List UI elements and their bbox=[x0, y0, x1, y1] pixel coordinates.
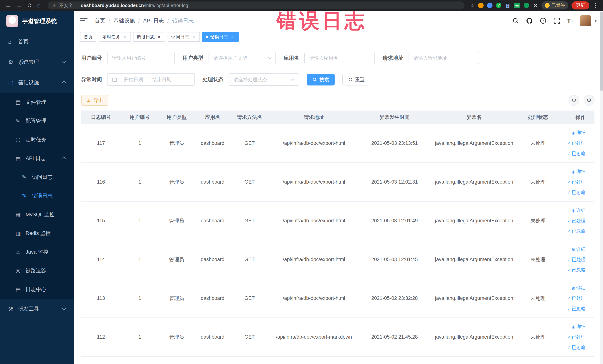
sidebar-item-redis[interactable]: ▥ Redis 监控 bbox=[0, 224, 74, 243]
process-status-select[interactable]: 请选择处理状态 bbox=[229, 73, 299, 86]
page-content: 用户编号 用户类型 请选择用户类型 应用名 请求地址 bbox=[74, 43, 603, 364]
browser-chrome: ← → ⌂ ⚠ 不安全 | dashboard.yudao.iocoder.cn… bbox=[0, 0, 603, 11]
sidebar-toggle-icon[interactable] bbox=[80, 18, 88, 23]
detail-link[interactable]: ◉详细 bbox=[557, 322, 586, 332]
reset-button[interactable]: 重置 bbox=[342, 74, 370, 85]
cell-status: 未处理 bbox=[519, 240, 557, 279]
cell-user-type: 管理员 bbox=[159, 201, 195, 240]
detail-link[interactable]: ◉详细 bbox=[557, 244, 586, 254]
sidebar-item-access-log[interactable]: ✎ 访问日志 bbox=[0, 168, 74, 186]
github-icon[interactable] bbox=[526, 17, 533, 24]
cell-app: dashboard bbox=[195, 163, 231, 201]
detail-link[interactable]: ◉详细 bbox=[557, 283, 586, 293]
sidebar-item-file[interactable]: ▤ 文件管理 bbox=[0, 93, 74, 111]
chevron-icon bbox=[62, 60, 66, 64]
app-name-input[interactable] bbox=[304, 52, 375, 64]
sidebar-item-trace[interactable]: ◎ 链路追踪 bbox=[0, 261, 74, 280]
search-icon[interactable] bbox=[512, 17, 519, 24]
tab-home[interactable]: 首页 bbox=[80, 32, 96, 42]
close-icon[interactable]: × bbox=[230, 34, 235, 39]
export-button[interactable]: 导出 bbox=[81, 95, 108, 106]
doc-edit-icon: ✎ bbox=[22, 174, 32, 180]
cell-app: dashboard bbox=[195, 279, 231, 318]
sidebar-item-home[interactable]: ⌂ 首页 bbox=[0, 32, 74, 52]
cell-actions: ◉详细✓已处理✓已忽略 bbox=[557, 124, 594, 163]
scrollbar-thumb[interactable] bbox=[600, 12, 603, 91]
sidebar-item-system[interactable]: ⚙ 系统管理 bbox=[0, 52, 74, 72]
ignored-link[interactable]: ✓已忽略 bbox=[557, 265, 586, 275]
detail-link[interactable]: ◉详细 bbox=[557, 166, 586, 177]
close-icon[interactable]: × bbox=[156, 34, 162, 39]
address-bar[interactable]: ⚠ 不安全 | dashboard.yudao.iocoder.cn/infra… bbox=[48, 1, 464, 9]
processed-link[interactable]: ✓已处理 bbox=[557, 293, 586, 304]
detail-link[interactable]: ◉详细 bbox=[557, 205, 586, 216]
processed-link[interactable]: ✓已处理 bbox=[557, 216, 586, 226]
tab-access-log[interactable]: 访问日志 × bbox=[168, 32, 200, 42]
processed-link[interactable]: ✓已处理 bbox=[557, 332, 586, 342]
search-button[interactable]: 搜索 bbox=[307, 74, 335, 85]
sidebar-item-mysql[interactable]: ▦ MySQL 监控 bbox=[0, 205, 74, 224]
warning-icon: ⚠ bbox=[52, 3, 56, 8]
extension-icon[interactable] bbox=[478, 3, 484, 8]
ignored-link[interactable]: ✓已忽略 bbox=[557, 342, 586, 353]
user-avatar[interactable] bbox=[580, 15, 591, 26]
table-row: 1121管理员dashboardGET/api/infra/db-doc/exp… bbox=[81, 318, 594, 356]
processed-link[interactable]: ✓已处理 bbox=[557, 177, 586, 187]
request-url-input[interactable] bbox=[408, 52, 479, 64]
extension-icon[interactable]: V bbox=[496, 3, 501, 8]
font-size-icon[interactable]: TT bbox=[567, 17, 573, 24]
sidebar-menu: ⌂ 首页 ⚙ 系统管理 ▢ 基础设施 ▤ 文件管理 ✎ 配置管理 ◷ 定时任务 … bbox=[0, 32, 74, 319]
detail-link[interactable]: ◉详细 bbox=[557, 128, 586, 138]
breadcrumb-item[interactable]: 基础设施 bbox=[114, 17, 135, 24]
cell-method: GET bbox=[231, 163, 269, 201]
paused-badge[interactable]: 已暂停 bbox=[542, 1, 568, 10]
update-button[interactable]: 更新 bbox=[571, 1, 589, 10]
back-icon[interactable]: ← bbox=[5, 2, 11, 8]
ignored-link[interactable]: ✓已忽略 bbox=[557, 148, 586, 159]
close-icon[interactable]: × bbox=[122, 34, 127, 39]
fullscreen-icon[interactable] bbox=[553, 17, 560, 24]
app-logo[interactable]: 芋道管理系统 bbox=[0, 11, 74, 32]
cell-actions: ◉详细✓已处理✓已忽略 bbox=[557, 318, 594, 356]
ignored-link[interactable]: ✓已忽略 bbox=[557, 226, 586, 236]
sidebar-item-log-center[interactable]: ▤ 日志中心 bbox=[0, 280, 74, 299]
exception-time-range[interactable]: 开始日期 - 结束日期 bbox=[107, 73, 195, 86]
extension-icon[interactable]: ⚒ bbox=[533, 3, 538, 8]
extension-icon[interactable]: on bbox=[514, 3, 520, 8]
chevron-down-icon[interactable]: ▾ bbox=[594, 18, 597, 23]
sidebar-item-config[interactable]: ✎ 配置管理 bbox=[0, 111, 74, 130]
tab-error-log[interactable]: 错误日志 × bbox=[202, 32, 239, 42]
column-header: 请求地址 bbox=[269, 110, 359, 124]
help-icon[interactable]: ? bbox=[540, 17, 547, 24]
extension-icon[interactable]: ▦ bbox=[505, 3, 510, 8]
sidebar-item-tools[interactable]: ⚒ 研发工具 bbox=[0, 299, 74, 319]
sidebar-item-java[interactable]: ♨ Java 监控 bbox=[0, 243, 74, 261]
browser-menu-icon[interactable]: ⋮ bbox=[593, 2, 599, 8]
close-icon[interactable]: × bbox=[191, 34, 196, 39]
tab-job-log[interactable]: 调度日志 × bbox=[133, 32, 165, 42]
breadcrumb-item[interactable]: API 日志 bbox=[143, 17, 164, 24]
processed-link[interactable]: ✓已处理 bbox=[557, 254, 586, 265]
extension-icon[interactable] bbox=[487, 3, 493, 8]
tab-job[interactable]: 定时任务 × bbox=[99, 32, 131, 42]
ignored-link[interactable]: ✓已忽略 bbox=[557, 304, 586, 314]
ignored-link[interactable]: ✓已忽略 bbox=[557, 187, 586, 198]
sidebar-item-api-log[interactable]: ▤ API 日志 bbox=[0, 149, 74, 168]
sidebar-item-job[interactable]: ◷ 定时任务 bbox=[0, 130, 74, 149]
scrollbar[interactable] bbox=[600, 11, 603, 364]
cell-user-type: 管理员 bbox=[159, 318, 195, 356]
refresh-button[interactable] bbox=[568, 95, 579, 106]
bookmark-star-icon[interactable]: ☆ bbox=[470, 3, 475, 8]
divider: | bbox=[76, 3, 78, 8]
user-id-input[interactable] bbox=[107, 52, 175, 64]
forward-icon[interactable]: → bbox=[16, 2, 22, 8]
reload-icon[interactable] bbox=[27, 3, 32, 8]
processed-link[interactable]: ✓已处理 bbox=[557, 138, 586, 148]
sidebar-item-error-log[interactable]: ✎ 错误日志 bbox=[0, 186, 74, 205]
sidebar-item-infra[interactable]: ▢ 基础设施 bbox=[0, 72, 74, 93]
breadcrumb-item[interactable]: 首页 bbox=[94, 17, 105, 24]
home-icon[interactable]: ⌂ bbox=[37, 2, 41, 8]
extension-icon[interactable] bbox=[524, 3, 529, 8]
user-type-select[interactable]: 请选择用户类型 bbox=[209, 52, 276, 64]
column-settings-button[interactable]: ⚙ bbox=[584, 95, 594, 106]
